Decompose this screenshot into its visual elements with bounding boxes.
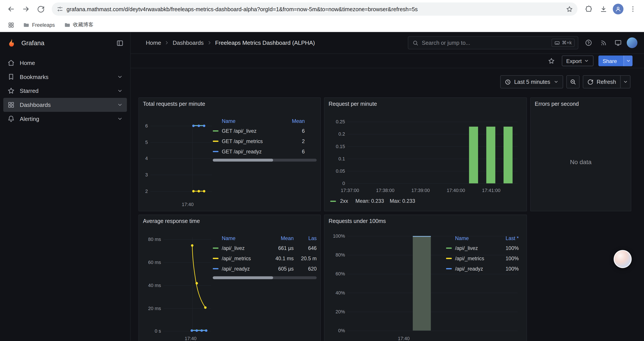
x-tick: 17:39:00: [406, 187, 435, 193]
refresh-interval-button[interactable]: [620, 76, 630, 88]
legend-row[interactable]: /api/_metrics 40.1 ms 20.5 m: [213, 253, 317, 263]
address-bar[interactable]: grafana.mathmast.com/d/deytv4rwavabkb/fr…: [52, 3, 577, 16]
bar-2xx: [504, 127, 512, 183]
floating-assistant-avatar[interactable]: [614, 250, 632, 268]
folder-icon: [64, 22, 70, 28]
display-button[interactable]: [612, 37, 624, 49]
bar-2xx: [486, 127, 495, 183]
sidebar-item-label: Dashboards: [20, 102, 51, 108]
x-tick: 17:37:00: [336, 187, 364, 193]
arrow-left-icon: [7, 5, 15, 13]
legend-row[interactable]: /api/_readyz 100%: [446, 263, 519, 274]
zoom-out-time-button[interactable]: [566, 75, 579, 88]
refresh-button[interactable]: Refresh: [582, 75, 630, 88]
bookmark-page-button[interactable]: [564, 3, 575, 15]
bar-2xx: [469, 127, 478, 183]
legend-row[interactable]: /api/_metrics 100%: [446, 253, 519, 263]
chevron-down-icon[interactable]: [117, 88, 123, 94]
legend-mean: Mean: 0.233: [356, 198, 384, 204]
dashboards-grid-icon: [8, 101, 15, 109]
browser-menu-button[interactable]: [626, 2, 640, 16]
search-icon: [412, 40, 418, 46]
brand-title: Grafana: [21, 40, 44, 47]
download-icon: [600, 5, 608, 13]
panel-legend: Name Last * /api/_livez 100% /api/_metri…: [446, 234, 519, 274]
legend-col-name[interactable]: Name: [222, 236, 265, 241]
y-tick: 40%: [327, 290, 345, 295]
panel-legend: Name Mean Las /api/_livez 661 µs 646 /ap…: [213, 234, 317, 274]
y-tick: 0: [327, 181, 345, 186]
forward-button[interactable]: [19, 2, 33, 16]
sidebar-item-label: Starred: [20, 88, 38, 94]
share-menu-button[interactable]: [624, 56, 632, 66]
person-icon: [615, 6, 622, 12]
legend-col-name[interactable]: Name: [222, 119, 277, 124]
legend-col-last[interactable]: Last *: [497, 236, 518, 241]
legend-col-mean[interactable]: Mean: [268, 236, 294, 241]
grafana-logo[interactable]: [6, 38, 16, 48]
panel-title[interactable]: Errors per second: [535, 101, 579, 107]
chevron-down-icon[interactable]: [117, 102, 123, 108]
time-range-label: Last 5 minutes: [514, 79, 550, 85]
legend-row[interactable]: /api/_livez 100%: [446, 243, 519, 253]
export-button[interactable]: Export: [562, 56, 594, 66]
site-settings-icon[interactable]: [57, 6, 63, 12]
bookmark-item-freeleaps[interactable]: Freeleaps: [20, 20, 58, 30]
panel-title[interactable]: Requests under 100ms: [328, 218, 386, 224]
extensions-button[interactable]: [582, 2, 596, 16]
sidebar-item-alerting[interactable]: Alerting: [3, 112, 127, 126]
bookmark-item-blog[interactable]: 收藏博客: [62, 20, 96, 30]
help-button[interactable]: [582, 37, 595, 49]
sidebar: Grafana Home Bookmarks Starred: [0, 32, 131, 341]
apps-button[interactable]: [6, 20, 16, 30]
search-input[interactable]: [422, 40, 548, 46]
share-label[interactable]: Share: [599, 56, 621, 66]
breadcrumb-home[interactable]: Home: [146, 40, 161, 46]
downloads-button[interactable]: [596, 2, 610, 16]
legend-series-label[interactable]: 2xx: [340, 198, 348, 204]
sidebar-item-bookmarks[interactable]: Bookmarks: [3, 70, 127, 84]
legend-col-mean[interactable]: Mean: [280, 119, 305, 124]
legend-scrollbar[interactable]: [213, 159, 317, 162]
y-tick: 0.1: [327, 156, 345, 162]
x-tick: 17:40: [392, 335, 416, 341]
user-avatar[interactable]: [627, 38, 638, 48]
series-color-chip: [213, 258, 218, 259]
sidebar-item-home[interactable]: Home: [3, 56, 127, 70]
legend-row[interactable]: /api/_livez 661 µs 646: [213, 243, 317, 253]
chevron-down-icon: [626, 58, 631, 63]
legend-col-name[interactable]: Name: [455, 236, 494, 241]
search-box[interactable]: ⌘+k: [408, 36, 578, 49]
chevron-down-icon[interactable]: [117, 74, 123, 80]
breadcrumb-dashboards[interactable]: Dashboards: [173, 40, 204, 46]
profile-button[interactable]: [611, 2, 625, 16]
legend-row[interactable]: GET /api/_metrics 2: [213, 136, 305, 146]
legend-row[interactable]: GET /api/_livez 6: [213, 126, 305, 136]
rss-icon: [600, 39, 607, 46]
bookmark-icon: [8, 73, 15, 81]
series-color-chip: [446, 258, 452, 259]
news-button[interactable]: [597, 37, 609, 49]
time-range-button[interactable]: Last 5 minutes: [500, 75, 563, 88]
reload-button[interactable]: [34, 2, 48, 16]
collapse-sidebar-button[interactable]: [116, 40, 124, 47]
legend-row[interactable]: /api/_readyz 605 µs 620: [213, 263, 317, 274]
share-button[interactable]: Share: [599, 56, 632, 66]
breadcrumb-current-page: Freeleaps Metrics Dashboard (ALPHA): [215, 40, 315, 46]
sidebar-header: Grafana: [0, 32, 130, 54]
legend-scrollbar[interactable]: [213, 276, 317, 279]
chevron-down-icon[interactable]: [117, 116, 123, 122]
panel-legend: Name Mean GET /api/_livez 6 GET /api/_me…: [213, 117, 305, 157]
screen: grafana.mathmast.com/d/deytv4rwavabkb/fr…: [0, 0, 644, 341]
sidebar-item-dashboards[interactable]: Dashboards: [3, 98, 127, 112]
panel-title[interactable]: Request per minute: [328, 101, 377, 107]
back-button[interactable]: [4, 2, 18, 16]
legend-col-last[interactable]: Las: [297, 236, 317, 241]
favorite-dashboard-button[interactable]: [546, 56, 557, 66]
zoom-out-icon: [570, 79, 576, 85]
series-color-chip: [213, 141, 218, 142]
legend-row[interactable]: GET /api/_readyz 6: [213, 146, 305, 157]
y-tick: 0.2: [327, 131, 345, 137]
monitor-icon: [614, 39, 622, 47]
sidebar-item-starred[interactable]: Starred: [3, 84, 127, 98]
